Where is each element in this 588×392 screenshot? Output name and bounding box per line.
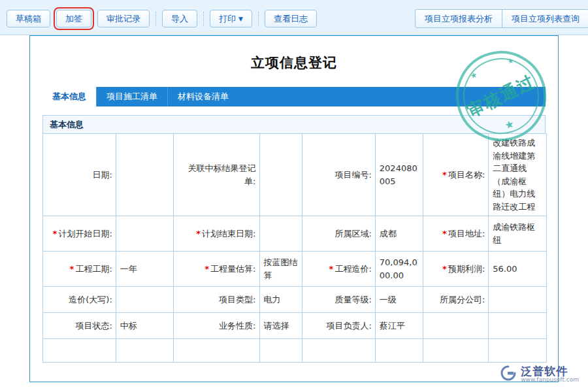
- add-signature-button[interactable]: 加签: [56, 10, 91, 27]
- field-label-project-number: 项目编号:: [302, 134, 376, 216]
- field-value-empty: [489, 339, 547, 363]
- section-header: 基本信息: [42, 115, 546, 134]
- field-label-project-name: *项目名称:: [423, 134, 489, 216]
- main-panel: 立项信息登记 基本信息 项目施工清单 材料设备清单 基本信息 日期: 关联中标结…: [29, 35, 559, 382]
- tab-material-equipment-list[interactable]: 材料设备清单: [167, 87, 238, 106]
- field-value-project-status: 中标: [116, 313, 174, 339]
- tab-construction-list[interactable]: 项目施工清单: [96, 87, 167, 106]
- tab-bar: 基本信息 项目施工清单 材料设备清单: [42, 87, 546, 106]
- required-marker: *: [196, 229, 201, 238]
- draft-box-button[interactable]: 草稿箱: [7, 10, 50, 27]
- vendor-url: www.fanpusoft.com: [521, 377, 579, 384]
- toolbar-separator: [155, 12, 156, 26]
- field-label-project-cost: *工程造价:: [302, 252, 376, 287]
- vendor-brand-name: 泛普软件: [521, 365, 579, 378]
- field-value-empty: [375, 339, 423, 363]
- form-row: 项目状态: 中标 业务性质: 请选择 项目负责人: 蔡江平: [43, 313, 547, 339]
- field-value-branch-company: [489, 287, 547, 313]
- required-marker: *: [329, 264, 334, 274]
- tab-basic-info[interactable]: 基本信息: [42, 87, 96, 106]
- field-value-project-type: 电力: [259, 287, 302, 313]
- field-label-empty: [423, 339, 489, 363]
- field-value-project-address: 成渝铁路枢纽: [489, 216, 547, 252]
- form-table: 日期: 关联中标结果登记单: 项目编号: 2024080005 *项目名称: 改…: [42, 133, 547, 363]
- field-value-empty: [259, 339, 302, 363]
- field-label-plan-start-date: *计划开始日期:: [43, 216, 116, 252]
- field-value-project-cost: 70,094,000.00: [375, 252, 423, 287]
- page-title: 立项信息登记: [30, 54, 558, 72]
- required-marker: *: [442, 264, 447, 274]
- field-label-empty: [43, 339, 116, 363]
- form-row: *工程工期: 一年 *工程量估算: 按蓝图结算 *工程造价: 70,094,00…: [43, 252, 547, 287]
- form-row: *计划开始日期: *计划结束日期: 所属区域: 成都 *项目地址: 成渝铁路枢纽: [43, 216, 547, 252]
- required-marker: *: [442, 170, 447, 180]
- field-label-project-duration: *工程工期:: [43, 252, 116, 287]
- print-button[interactable]: 打印 ▼: [210, 10, 252, 27]
- field-value-empty: [489, 313, 547, 339]
- fanpu-logo-icon: [500, 365, 517, 384]
- approval-records-button[interactable]: 审批记录: [97, 10, 150, 27]
- field-value-plan-start-date: [116, 216, 174, 252]
- field-value-empty: [116, 339, 174, 363]
- field-value-expected-profit: 56.00: [489, 252, 547, 287]
- form-row: 日期: 关联中标结果登记单: 项目编号: 2024080005 *项目名称: 改…: [43, 134, 547, 216]
- field-label-project-address: *项目地址:: [423, 216, 489, 252]
- print-button-label: 打印: [219, 13, 236, 25]
- view-log-button[interactable]: 查看日志: [265, 10, 317, 27]
- field-value-quality-grade: 一级: [375, 287, 423, 313]
- field-value-project-number: 2024080005: [375, 134, 423, 216]
- field-label-business-nature: 业务性质:: [174, 313, 259, 339]
- field-value-quantity-estimate: 按蓝图结算: [259, 252, 302, 287]
- field-label-expected-profit: *预期利润:: [423, 252, 489, 287]
- field-value-date: [116, 134, 174, 216]
- toolbar-right-group: 项目立项报表分析 项目立项列表查询: [415, 9, 588, 28]
- form-row: 造价(大写): 项目类型: 电力 质量等级: 一级 所属分公司:: [43, 287, 547, 313]
- field-label-empty: [423, 313, 489, 339]
- import-button[interactable]: 导入: [162, 10, 197, 27]
- required-marker: *: [442, 229, 447, 238]
- required-marker: *: [53, 229, 57, 238]
- toolbar: 草稿箱 加签 审批记录 导入 打印 ▼ 查看日志 项目立项报表分析 项目立项列表…: [0, 0, 588, 35]
- field-label-plan-end-date: *计划结束日期:: [174, 216, 259, 252]
- app-window: 草稿箱 加签 审批记录 导入 打印 ▼ 查看日志 项目立项报表分析 项目立项列表…: [0, 0, 588, 392]
- vendor-watermark: 泛普软件 www.fanpusoft.com: [500, 365, 579, 384]
- field-label-project-type: 项目类型:: [174, 287, 259, 313]
- field-value-project-name: 改建铁路成渝线增建第二直通线（成渝枢纽）电力线路迁改工程: [489, 134, 547, 216]
- field-label-quality-grade: 质量等级:: [302, 287, 376, 313]
- field-value-cost-in-words: [116, 287, 174, 313]
- required-marker: *: [204, 264, 209, 274]
- field-value-project-duration: 一年: [116, 252, 174, 287]
- field-value-project-manager: 蔡江平: [375, 313, 423, 339]
- list-query-button[interactable]: 项目立项列表查询: [502, 10, 588, 27]
- field-value-region: 成都: [375, 216, 423, 252]
- field-label-related-bid-result: 关联中标结果登记单:: [174, 134, 259, 216]
- field-value-plan-end-date: [259, 216, 302, 252]
- field-label-region: 所属区域:: [302, 216, 376, 252]
- field-label-branch-company: 所属分公司:: [423, 287, 489, 313]
- chevron-down-icon: ▼: [238, 16, 243, 22]
- vendor-text: 泛普软件 www.fanpusoft.com: [521, 365, 579, 384]
- field-label-date: 日期:: [43, 134, 116, 216]
- form-row: [43, 339, 547, 363]
- field-label-quantity-estimate: *工程量估算:: [174, 252, 259, 287]
- field-label-project-manager: 项目负责人:: [302, 313, 376, 339]
- field-value-related-bid-result: [259, 134, 302, 216]
- report-analysis-button[interactable]: 项目立项报表分析: [416, 10, 502, 27]
- field-label-cost-in-words: 造价(大写):: [43, 287, 116, 313]
- field-label-project-status: 项目状态:: [43, 313, 116, 339]
- field-label-empty: [174, 339, 259, 363]
- field-label-empty: [302, 339, 376, 363]
- field-value-business-nature-select[interactable]: 请选择: [259, 313, 302, 339]
- required-marker: *: [70, 264, 74, 274]
- toolbar-separator: [258, 12, 259, 26]
- toolbar-separator: [203, 12, 204, 26]
